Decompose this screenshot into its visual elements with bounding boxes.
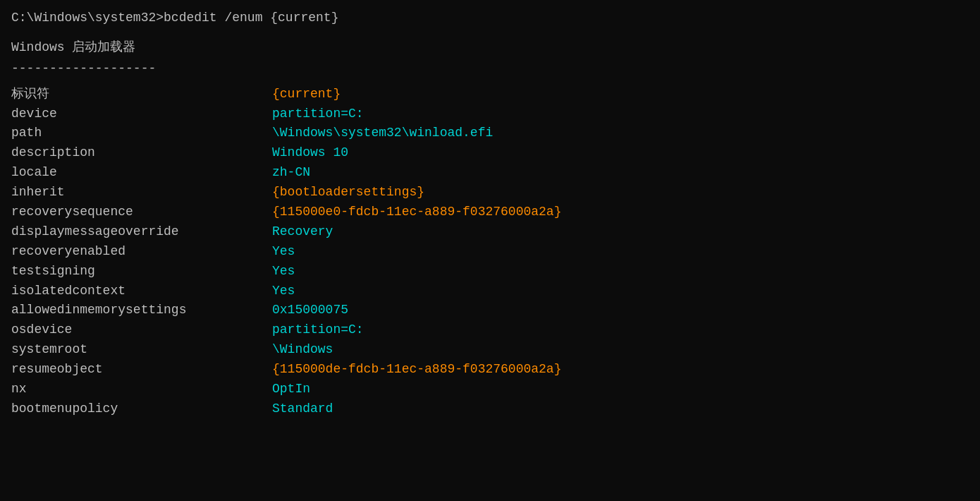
entry-key: 标识符 xyxy=(11,85,272,104)
entry-key: recoveryenabled xyxy=(11,242,272,262)
table-row: devicepartition=C: xyxy=(11,104,969,124)
table-row: bootmenupolicyStandard xyxy=(11,399,969,419)
entry-value: partition=C: xyxy=(272,320,364,340)
table-row: recoveryenabledYes xyxy=(11,242,969,262)
section-title: Windows 启动加载器 xyxy=(11,38,969,58)
entry-key: allowedinmemorysettings xyxy=(11,301,272,320)
table-row: isolatedcontextYes xyxy=(11,282,969,301)
entry-value: \Windows\system32\winload.efi xyxy=(272,123,493,143)
entry-key: systemroot xyxy=(11,340,272,360)
table-row: osdevicepartition=C: xyxy=(11,320,969,340)
table-row: allowedinmemorysettings0x15000075 xyxy=(11,301,969,320)
entry-key: device xyxy=(11,104,272,124)
entry-key: description xyxy=(11,143,272,163)
entry-value: {115000e0-fdcb-11ec-a889-f03276000a2a} xyxy=(272,203,561,222)
entry-value: {current} xyxy=(272,85,341,104)
entry-key: nx xyxy=(11,380,272,399)
table-row: displaymessageoverrideRecovery xyxy=(11,222,969,242)
entry-key: bootmenupolicy xyxy=(11,399,272,419)
entry-key: locale xyxy=(11,163,272,183)
entry-value: OptIn xyxy=(272,380,310,399)
entry-value: Recovery xyxy=(272,222,333,242)
table-row: testsigningYes xyxy=(11,262,969,282)
table-row: systemroot\Windows xyxy=(11,340,969,360)
entry-value: {115000de-fdcb-11ec-a889-f03276000a2a} xyxy=(272,360,561,380)
entry-value: Yes xyxy=(272,282,295,301)
terminal-window: C:\Windows\system32>bcdedit /enum {curre… xyxy=(11,8,969,493)
table-row: descriptionWindows 10 xyxy=(11,143,969,163)
entry-value: Yes xyxy=(272,262,295,282)
table-row: nxOptIn xyxy=(11,380,969,399)
table-row: localezh-CN xyxy=(11,163,969,183)
prompt-line: C:\Windows\system32>bcdedit /enum {curre… xyxy=(11,8,969,28)
entry-key: isolatedcontext xyxy=(11,282,272,301)
entry-key: testsigning xyxy=(11,262,272,282)
entry-value: Windows 10 xyxy=(272,143,348,163)
table-row: 标识符{current} xyxy=(11,85,969,104)
table-row: recoverysequence{115000e0-fdcb-11ec-a889… xyxy=(11,203,969,222)
entry-key: recoverysequence xyxy=(11,203,272,222)
entry-value: {bootloadersettings} xyxy=(272,183,424,203)
entry-value: zh-CN xyxy=(272,163,310,183)
entry-value: 0x15000075 xyxy=(272,301,348,320)
section-divider: ------------------- xyxy=(11,59,969,79)
table-row: inherit{bootloadersettings} xyxy=(11,183,969,203)
entry-key: displaymessageoverride xyxy=(11,222,272,242)
entries-container: 标识符{current}devicepartition=C:path\Windo… xyxy=(11,85,969,419)
entry-value: partition=C: xyxy=(272,104,364,124)
entry-value: Yes xyxy=(272,242,295,262)
table-row: path\Windows\system32\winload.efi xyxy=(11,123,969,143)
entry-key: resumeobject xyxy=(11,360,272,380)
entry-key: inherit xyxy=(11,183,272,203)
entry-value: \Windows xyxy=(272,340,333,360)
table-row: resumeobject{115000de-fdcb-11ec-a889-f03… xyxy=(11,360,969,380)
entry-key: path xyxy=(11,123,272,143)
entry-value: Standard xyxy=(272,399,333,419)
entry-key: osdevice xyxy=(11,320,272,340)
